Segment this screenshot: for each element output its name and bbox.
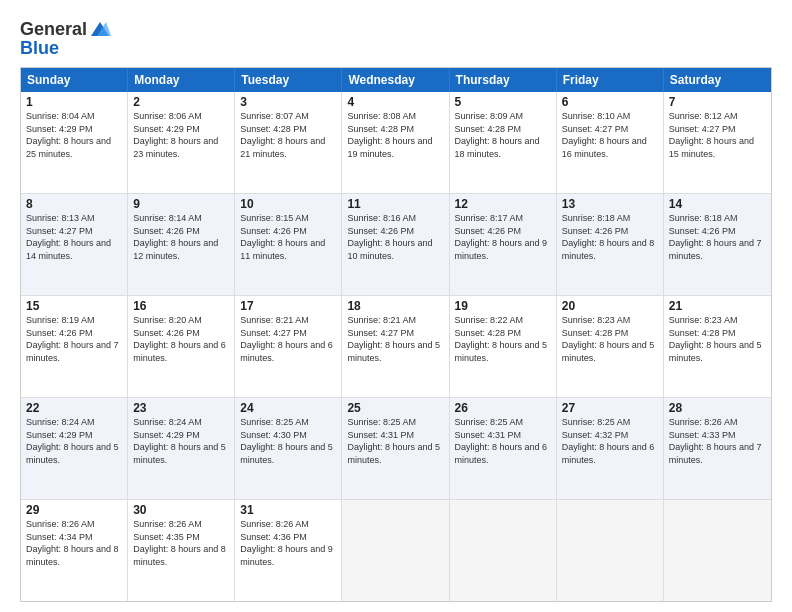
- cell-info: Sunrise: 8:19 AMSunset: 4:26 PMDaylight:…: [26, 315, 119, 363]
- day-number: 25: [347, 401, 443, 415]
- cell-info: Sunrise: 8:24 AMSunset: 4:29 PMDaylight:…: [133, 417, 226, 465]
- day-number: 22: [26, 401, 122, 415]
- header: General Blue: [20, 18, 772, 59]
- cell-info: Sunrise: 8:13 AMSunset: 4:27 PMDaylight:…: [26, 213, 111, 261]
- day-number: 31: [240, 503, 336, 517]
- calendar-body: 1 Sunrise: 8:04 AMSunset: 4:29 PMDayligh…: [21, 92, 771, 601]
- cell-info: Sunrise: 8:25 AMSunset: 4:32 PMDaylight:…: [562, 417, 655, 465]
- calendar-row-4: 29 Sunrise: 8:26 AMSunset: 4:34 PMDaylig…: [21, 499, 771, 601]
- calendar-cell-2-6: 21 Sunrise: 8:23 AMSunset: 4:28 PMDaylig…: [664, 296, 771, 397]
- calendar-row-0: 1 Sunrise: 8:04 AMSunset: 4:29 PMDayligh…: [21, 92, 771, 193]
- cell-info: Sunrise: 8:15 AMSunset: 4:26 PMDaylight:…: [240, 213, 325, 261]
- day-number: 2: [133, 95, 229, 109]
- cell-info: Sunrise: 8:25 AMSunset: 4:31 PMDaylight:…: [455, 417, 548, 465]
- calendar-cell-0-6: 7 Sunrise: 8:12 AMSunset: 4:27 PMDayligh…: [664, 92, 771, 193]
- calendar-cell-2-4: 19 Sunrise: 8:22 AMSunset: 4:28 PMDaylig…: [450, 296, 557, 397]
- calendar-cell-4-6: [664, 500, 771, 601]
- day-number: 9: [133, 197, 229, 211]
- calendar-row-2: 15 Sunrise: 8:19 AMSunset: 4:26 PMDaylig…: [21, 295, 771, 397]
- day-number: 30: [133, 503, 229, 517]
- header-day-wednesday: Wednesday: [342, 68, 449, 92]
- cell-info: Sunrise: 8:25 AMSunset: 4:30 PMDaylight:…: [240, 417, 333, 465]
- day-number: 20: [562, 299, 658, 313]
- cell-info: Sunrise: 8:18 AMSunset: 4:26 PMDaylight:…: [562, 213, 655, 261]
- calendar-cell-4-5: [557, 500, 664, 601]
- day-number: 14: [669, 197, 766, 211]
- cell-info: Sunrise: 8:14 AMSunset: 4:26 PMDaylight:…: [133, 213, 218, 261]
- logo: General Blue: [20, 18, 111, 59]
- logo-icon: [89, 18, 111, 40]
- logo-blue-text: Blue: [20, 38, 59, 59]
- header-day-friday: Friday: [557, 68, 664, 92]
- calendar-cell-4-4: [450, 500, 557, 601]
- header-day-thursday: Thursday: [450, 68, 557, 92]
- day-number: 23: [133, 401, 229, 415]
- cell-info: Sunrise: 8:06 AMSunset: 4:29 PMDaylight:…: [133, 111, 218, 159]
- calendar-cell-3-4: 26 Sunrise: 8:25 AMSunset: 4:31 PMDaylig…: [450, 398, 557, 499]
- day-number: 24: [240, 401, 336, 415]
- cell-info: Sunrise: 8:16 AMSunset: 4:26 PMDaylight:…: [347, 213, 432, 261]
- cell-info: Sunrise: 8:07 AMSunset: 4:28 PMDaylight:…: [240, 111, 325, 159]
- cell-info: Sunrise: 8:23 AMSunset: 4:28 PMDaylight:…: [669, 315, 762, 363]
- day-number: 7: [669, 95, 766, 109]
- day-number: 5: [455, 95, 551, 109]
- header-day-monday: Monday: [128, 68, 235, 92]
- calendar-cell-3-2: 24 Sunrise: 8:25 AMSunset: 4:30 PMDaylig…: [235, 398, 342, 499]
- calendar-cell-2-0: 15 Sunrise: 8:19 AMSunset: 4:26 PMDaylig…: [21, 296, 128, 397]
- cell-info: Sunrise: 8:18 AMSunset: 4:26 PMDaylight:…: [669, 213, 762, 261]
- calendar-cell-4-0: 29 Sunrise: 8:26 AMSunset: 4:34 PMDaylig…: [21, 500, 128, 601]
- logo-general-text: General: [20, 19, 87, 40]
- calendar-cell-0-2: 3 Sunrise: 8:07 AMSunset: 4:28 PMDayligh…: [235, 92, 342, 193]
- calendar-cell-1-5: 13 Sunrise: 8:18 AMSunset: 4:26 PMDaylig…: [557, 194, 664, 295]
- day-number: 19: [455, 299, 551, 313]
- cell-info: Sunrise: 8:09 AMSunset: 4:28 PMDaylight:…: [455, 111, 540, 159]
- day-number: 11: [347, 197, 443, 211]
- cell-info: Sunrise: 8:26 AMSunset: 4:35 PMDaylight:…: [133, 519, 226, 567]
- day-number: 10: [240, 197, 336, 211]
- day-number: 13: [562, 197, 658, 211]
- cell-info: Sunrise: 8:26 AMSunset: 4:36 PMDaylight:…: [240, 519, 333, 567]
- cell-info: Sunrise: 8:20 AMSunset: 4:26 PMDaylight:…: [133, 315, 226, 363]
- cell-info: Sunrise: 8:08 AMSunset: 4:28 PMDaylight:…: [347, 111, 432, 159]
- calendar-cell-2-5: 20 Sunrise: 8:23 AMSunset: 4:28 PMDaylig…: [557, 296, 664, 397]
- calendar-cell-1-1: 9 Sunrise: 8:14 AMSunset: 4:26 PMDayligh…: [128, 194, 235, 295]
- day-number: 6: [562, 95, 658, 109]
- calendar-cell-3-0: 22 Sunrise: 8:24 AMSunset: 4:29 PMDaylig…: [21, 398, 128, 499]
- calendar-cell-1-4: 12 Sunrise: 8:17 AMSunset: 4:26 PMDaylig…: [450, 194, 557, 295]
- calendar-cell-3-3: 25 Sunrise: 8:25 AMSunset: 4:31 PMDaylig…: [342, 398, 449, 499]
- cell-info: Sunrise: 8:24 AMSunset: 4:29 PMDaylight:…: [26, 417, 119, 465]
- calendar-cell-3-5: 27 Sunrise: 8:25 AMSunset: 4:32 PMDaylig…: [557, 398, 664, 499]
- calendar-cell-4-3: [342, 500, 449, 601]
- cell-info: Sunrise: 8:12 AMSunset: 4:27 PMDaylight:…: [669, 111, 754, 159]
- cell-info: Sunrise: 8:26 AMSunset: 4:33 PMDaylight:…: [669, 417, 762, 465]
- calendar-cell-0-1: 2 Sunrise: 8:06 AMSunset: 4:29 PMDayligh…: [128, 92, 235, 193]
- day-number: 4: [347, 95, 443, 109]
- calendar-cell-1-6: 14 Sunrise: 8:18 AMSunset: 4:26 PMDaylig…: [664, 194, 771, 295]
- cell-info: Sunrise: 8:22 AMSunset: 4:28 PMDaylight:…: [455, 315, 548, 363]
- day-number: 1: [26, 95, 122, 109]
- page: General Blue SundayMondayTuesdayWednesda…: [0, 0, 792, 612]
- cell-info: Sunrise: 8:21 AMSunset: 4:27 PMDaylight:…: [347, 315, 440, 363]
- day-number: 21: [669, 299, 766, 313]
- day-number: 27: [562, 401, 658, 415]
- day-number: 18: [347, 299, 443, 313]
- day-number: 16: [133, 299, 229, 313]
- calendar-cell-0-4: 5 Sunrise: 8:09 AMSunset: 4:28 PMDayligh…: [450, 92, 557, 193]
- header-day-sunday: Sunday: [21, 68, 128, 92]
- calendar-cell-1-2: 10 Sunrise: 8:15 AMSunset: 4:26 PMDaylig…: [235, 194, 342, 295]
- day-number: 26: [455, 401, 551, 415]
- day-number: 12: [455, 197, 551, 211]
- calendar-cell-3-6: 28 Sunrise: 8:26 AMSunset: 4:33 PMDaylig…: [664, 398, 771, 499]
- calendar-cell-4-2: 31 Sunrise: 8:26 AMSunset: 4:36 PMDaylig…: [235, 500, 342, 601]
- calendar-cell-2-2: 17 Sunrise: 8:21 AMSunset: 4:27 PMDaylig…: [235, 296, 342, 397]
- header-day-saturday: Saturday: [664, 68, 771, 92]
- calendar-cell-2-3: 18 Sunrise: 8:21 AMSunset: 4:27 PMDaylig…: [342, 296, 449, 397]
- day-number: 28: [669, 401, 766, 415]
- calendar-cell-0-3: 4 Sunrise: 8:08 AMSunset: 4:28 PMDayligh…: [342, 92, 449, 193]
- calendar-cell-0-0: 1 Sunrise: 8:04 AMSunset: 4:29 PMDayligh…: [21, 92, 128, 193]
- calendar-row-3: 22 Sunrise: 8:24 AMSunset: 4:29 PMDaylig…: [21, 397, 771, 499]
- calendar-cell-2-1: 16 Sunrise: 8:20 AMSunset: 4:26 PMDaylig…: [128, 296, 235, 397]
- cell-info: Sunrise: 8:23 AMSunset: 4:28 PMDaylight:…: [562, 315, 655, 363]
- cell-info: Sunrise: 8:17 AMSunset: 4:26 PMDaylight:…: [455, 213, 548, 261]
- calendar: SundayMondayTuesdayWednesdayThursdayFrid…: [20, 67, 772, 602]
